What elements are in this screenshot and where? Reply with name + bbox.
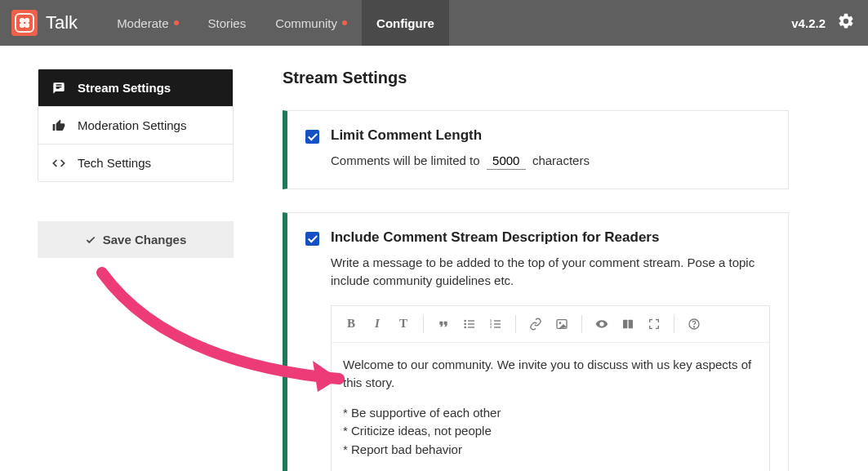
quote-icon [437, 318, 450, 331]
svg-point-2 [464, 326, 466, 328]
svg-rect-3 [468, 320, 474, 321]
columns-icon [621, 318, 634, 331]
code-icon [51, 157, 66, 170]
thumbs-icon [51, 119, 66, 132]
toolbar-separator [515, 315, 516, 333]
editor-line: * Be supportive of each other [343, 406, 501, 420]
editor-textarea[interactable]: Welcome to our community. We invite you … [332, 343, 769, 472]
card-limit-length: Limit Comment Length Comments will be li… [283, 110, 789, 189]
gear-icon [837, 12, 855, 30]
bullet-list-icon [463, 318, 476, 331]
italic-button[interactable]: I [366, 313, 389, 335]
limit-title: Limit Comment Length [331, 127, 482, 144]
save-label: Save Changes [103, 233, 187, 247]
description-title: Include Comment Stream Description for R… [331, 229, 659, 246]
nav-label: Moderate [117, 16, 168, 30]
toolbar-separator [674, 315, 674, 333]
link-icon [529, 318, 542, 331]
svg-text:3: 3 [490, 325, 492, 329]
check-icon [85, 234, 96, 246]
brand-logo-icon [11, 10, 38, 36]
side-by-side-button[interactable] [617, 313, 639, 335]
svg-rect-15 [629, 319, 633, 328]
notification-dot-icon [342, 20, 347, 25]
version-label: v4.2.2 [791, 16, 826, 30]
page-title: Stream Settings [283, 69, 789, 87]
editor-line: * Criticize ideas, not people [343, 424, 492, 438]
sidebar-item-tech[interactable]: Tech Settings [38, 144, 233, 181]
notification-dot-icon [174, 20, 179, 25]
ordered-list-icon: 123 [489, 318, 502, 331]
card-stream-description: Include Comment Stream Description for R… [283, 212, 789, 472]
svg-point-13 [559, 322, 562, 324]
toolbar-separator [581, 315, 582, 333]
rich-text-editor: B I T 123 [331, 305, 770, 472]
quote-button[interactable] [432, 313, 455, 335]
limit-body: Comments will be limited to characters [331, 152, 770, 171]
title-button[interactable]: T [392, 313, 415, 335]
svg-point-1 [464, 322, 466, 325]
save-button[interactable]: Save Changes [38, 221, 234, 258]
char-limit-input[interactable] [487, 153, 526, 170]
nav-moderate[interactable]: Moderate [102, 0, 193, 46]
svg-rect-14 [623, 319, 627, 328]
fullscreen-icon [648, 318, 661, 331]
brand-name: Talk [46, 12, 78, 33]
nav-stories[interactable]: Stories [194, 0, 261, 46]
top-nav: Talk Moderate Stories Community Configur… [0, 0, 868, 46]
brand[interactable]: Talk [11, 10, 78, 36]
sidebar: Stream Settings Moderation Settings Tech… [38, 69, 234, 471]
sidebar-item-label: Tech Settings [78, 156, 151, 170]
sidebar-item-moderation[interactable]: Moderation Settings [38, 106, 233, 144]
sidebar-item-label: Moderation Settings [78, 118, 186, 132]
editor-toolbar: B I T 123 [332, 306, 769, 343]
nav-community[interactable]: Community [260, 0, 362, 46]
description-checkbox[interactable] [305, 232, 319, 246]
svg-rect-9 [494, 320, 501, 321]
sidebar-list: Stream Settings Moderation Settings Tech… [38, 69, 234, 182]
nav-label: Stories [208, 16, 247, 30]
comment-icon [51, 82, 66, 95]
help-icon [688, 318, 701, 331]
svg-rect-10 [494, 323, 501, 324]
bold-button[interactable]: B [340, 313, 363, 335]
ul-button[interactable] [458, 313, 481, 335]
fullscreen-button[interactable] [643, 313, 665, 335]
eye-icon [595, 318, 608, 331]
svg-point-0 [464, 319, 466, 322]
nav-label: Configure [376, 16, 434, 30]
page-body: Stream Settings Moderation Settings Tech… [0, 46, 868, 471]
link-button[interactable] [524, 313, 547, 335]
sidebar-item-stream[interactable]: Stream Settings [38, 69, 233, 106]
settings-button[interactable] [837, 12, 855, 33]
limit-checkbox[interactable] [305, 130, 319, 144]
svg-rect-11 [494, 327, 501, 327]
nav-label: Community [275, 16, 337, 30]
nav-items: Moderate Stories Community Configure [102, 0, 449, 46]
editor-line: * Report bad behavior [343, 442, 462, 456]
svg-rect-4 [468, 323, 474, 324]
image-icon [555, 318, 568, 331]
nav-configure[interactable]: Configure [362, 0, 449, 46]
description-help: Write a message to be added to the top o… [331, 254, 770, 291]
main-content: Stream Settings Limit Comment Length Com… [283, 69, 789, 471]
ol-button[interactable]: 123 [484, 313, 507, 335]
help-button[interactable] [683, 313, 706, 335]
toolbar-separator [423, 315, 424, 333]
preview-button[interactable] [590, 313, 613, 335]
editor-line: Welcome to our community. We invite you … [343, 356, 758, 393]
image-button[interactable] [550, 313, 573, 335]
limit-desc-pre: Comments will be limited to [331, 153, 480, 167]
svg-rect-5 [468, 327, 474, 327]
limit-desc-post: characters [532, 153, 590, 167]
svg-point-17 [693, 326, 694, 327]
sidebar-item-label: Stream Settings [78, 81, 171, 95]
